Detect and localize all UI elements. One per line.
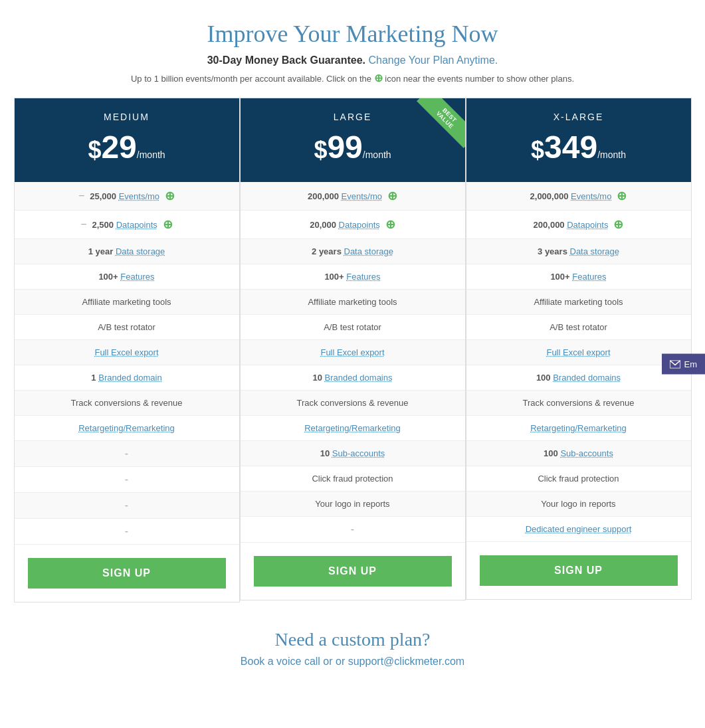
large-retargeting: Retargeting/Remarketing [241, 416, 465, 441]
xlarge-clickfraud: Click fraud protection [466, 466, 691, 492]
plan-xlarge: X-LARGE $349/month 2,000,000 Events/mo ⊕… [466, 98, 692, 600]
features-link[interactable]: Features [572, 272, 606, 282]
xlarge-conversions: Track conversions & revenue [466, 391, 691, 416]
plans-container: MEDIUM $29/month − 25,000 Events/mo ⊕ − [13, 98, 692, 602]
features-link[interactable]: Features [120, 272, 154, 282]
xlarge-affiliate: Affiliate marketing tools [466, 290, 691, 315]
datapoints-link[interactable]: Datapoints [116, 220, 157, 230]
events-link[interactable]: Events/mo [119, 191, 159, 201]
retargeting-link[interactable]: Retargeting/Remarketing [78, 423, 175, 433]
xlarge-subaccounts: 100 Sub-accounts [466, 441, 691, 466]
plan-medium-header: MEDIUM $29/month [15, 98, 239, 182]
xlarge-events: 2,000,000 Events/mo ⊕ [466, 182, 691, 211]
email-widget[interactable]: Em [662, 354, 706, 375]
plan-medium-features: − 25,000 Events/mo ⊕ − 2,500 Datapoints … [15, 182, 239, 545]
xlarge-datapoints: 200,000 Datapoints ⊕ [466, 211, 691, 239]
email-icon [670, 360, 680, 368]
excel-link[interactable]: Full Excel export [320, 347, 384, 357]
events-link[interactable]: Events/mo [571, 191, 611, 201]
features-link[interactable]: Features [346, 272, 380, 282]
medium-features: 100+ Features [15, 264, 239, 290]
events-link[interactable]: Events/mo [342, 191, 382, 201]
medium-events: − 25,000 Events/mo ⊕ [15, 182, 239, 211]
datapoints-link[interactable]: Datapoints [339, 220, 380, 230]
excel-link[interactable]: Full Excel export [546, 347, 610, 357]
large-datapoints: 20,000 Datapoints ⊕ [241, 211, 465, 239]
large-subaccounts: 10 Sub-accounts [241, 441, 465, 466]
medium-excel: Full Excel export [15, 340, 239, 365]
plan-large-features: 200,000 Events/mo ⊕ 20,000 Datapoints ⊕ … [241, 182, 465, 543]
medium-conversions: Track conversions & revenue [15, 391, 239, 416]
datapoints-count: 20,000 Datapoints [310, 220, 380, 230]
subaccounts-link[interactable]: Sub-accounts [560, 448, 613, 458]
retargeting-link[interactable]: Retargeting/Remarketing [304, 423, 401, 433]
datapoints-link[interactable]: Datapoints [567, 220, 608, 230]
medium-subaccounts: - [15, 441, 239, 467]
large-dedicated: - [241, 517, 465, 543]
dash-icon: - [351, 523, 354, 535]
custom-plan-section: Need a custom plan? Book a voice call or… [13, 629, 692, 687]
events-count: 2,000,000 Events/mo [530, 191, 612, 201]
retargeting-link[interactable]: Retargeting/Remarketing [530, 423, 627, 433]
events-count: 25,000 Events/mo [90, 191, 159, 201]
plus-icon[interactable]: ⊕ [613, 217, 623, 232]
email-widget-label: Em [684, 359, 698, 369]
xlarge-signup-button[interactable]: SIGN UP [480, 555, 678, 586]
large-clickfraud: Click fraud protection [241, 466, 465, 492]
large-features: 100+ Features [241, 264, 465, 290]
plan-xlarge-price: $349/month [473, 129, 684, 165]
subaccounts-link[interactable]: Sub-accounts [332, 448, 385, 458]
xlarge-storage: 3 years Data storage [466, 239, 691, 264]
large-signup-button[interactable]: SIGN UP [254, 556, 452, 587]
branded-link[interactable]: Branded domains [325, 373, 393, 383]
plan-medium: MEDIUM $29/month − 25,000 Events/mo ⊕ − [14, 98, 240, 602]
plan-medium-name: MEDIUM [21, 112, 233, 122]
medium-signup-button[interactable]: SIGN UP [28, 558, 226, 589]
change-plan-link[interactable]: Change Your Plan Anytime. [368, 54, 498, 66]
best-value-badge: BESTVALUE [415, 98, 465, 148]
large-storage: 2 years Data storage [241, 239, 465, 264]
excel-link[interactable]: Full Excel export [94, 347, 158, 357]
large-excel: Full Excel export [241, 340, 465, 365]
branded-link[interactable]: Branded domain [98, 373, 161, 383]
plus-icon[interactable]: ⊕ [165, 189, 175, 203]
plan-medium-price: $29/month [21, 129, 233, 165]
storage-link[interactable]: Data storage [570, 246, 619, 256]
large-events: 200,000 Events/mo ⊕ [241, 182, 465, 211]
support-email-link[interactable]: support@clickmeter.com [348, 656, 464, 667]
plus-icon[interactable]: ⊕ [387, 189, 397, 203]
plus-icon[interactable]: ⊕ [385, 217, 395, 232]
plan-large: BESTVALUE LARGE $99/month 200,000 Events… [240, 98, 466, 600]
minus-icon: − [78, 190, 84, 202]
guarantee-text: 30-Day Money Back Guarantee. Change Your… [13, 54, 692, 66]
medium-logoreports: - [15, 493, 239, 519]
medium-affiliate: Affiliate marketing tools [15, 290, 239, 315]
dedicated-link[interactable]: Dedicated engineer support [526, 524, 632, 534]
large-abtest: A/B test rotator [241, 315, 465, 340]
plan-xlarge-name: X-LARGE [473, 112, 684, 122]
plus-icon[interactable]: ⊕ [617, 189, 627, 203]
storage-link[interactable]: Data storage [344, 246, 393, 256]
xlarge-retargeting: Retargeting/Remarketing [466, 416, 691, 441]
xlarge-features: 100+ Features [466, 264, 691, 290]
xlarge-logoreports: Your logo in reports [466, 492, 691, 517]
medium-storage: 1 year Data storage [15, 239, 239, 264]
events-count: 200,000 Events/mo [308, 191, 382, 201]
xlarge-excel: Full Excel export [466, 340, 691, 365]
medium-clickfraud: - [15, 467, 239, 493]
storage-link[interactable]: Data storage [116, 246, 165, 256]
plus-icon[interactable]: ⊕ [163, 217, 173, 232]
custom-plan-heading: Need a custom plan? [13, 629, 692, 650]
header: Improve Your Marketing Now 30-Day Money … [13, 20, 692, 84]
events-note: Up to 1 billion events/month per account… [13, 72, 692, 84]
large-branded: 10 Branded domains [241, 365, 465, 391]
medium-datapoints: − 2,500 Datapoints ⊕ [15, 211, 239, 239]
dash-icon: - [125, 474, 128, 486]
voice-call-link[interactable]: Book a voice call or [241, 656, 333, 667]
medium-abtest: A/B test rotator [15, 315, 239, 340]
large-affiliate: Affiliate marketing tools [241, 290, 465, 315]
medium-dedicated: - [15, 519, 239, 545]
plan-xlarge-features: 2,000,000 Events/mo ⊕ 200,000 Datapoints… [466, 182, 691, 542]
branded-link[interactable]: Branded domains [553, 373, 621, 383]
medium-branded: 1 Branded domain [15, 365, 239, 391]
